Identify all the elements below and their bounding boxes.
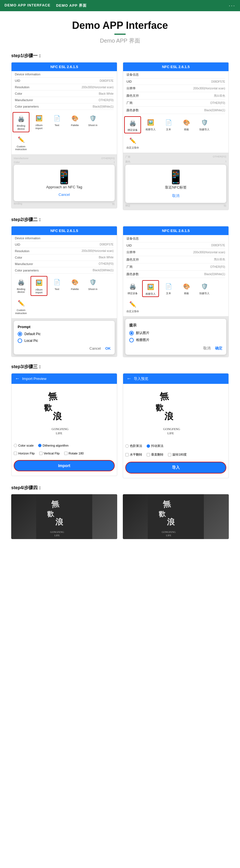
svg-text:歡: 歡 (47, 510, 54, 518)
top-bar-left: DEMO APP INTERFACE DEMO APP 界面 (4, 3, 87, 8)
album-import-btn2-cn[interactable]: 🖼️ 相册导入 (142, 280, 159, 297)
palette-btn2-cn[interactable]: 🎨 画板 (178, 280, 195, 297)
binding-device-btn-cn[interactable]: 🖨️ 绑定设备 (124, 116, 141, 133)
device-info-row2-en: Device information (15, 235, 114, 242)
text-icon-cn: 📄 (163, 117, 174, 127)
options-area-en: Color scale Dithering algorithm Horizon … (11, 440, 117, 476)
custom-instruction-icon2-cn: ✏️ (127, 299, 138, 309)
palette-btn-en[interactable]: 🎨 Palette (66, 112, 83, 132)
shoot-in-btn2-cn[interactable]: 🛡️ 拍摄导入 (196, 280, 213, 297)
rotate180-option-cn[interactable]: 旋转180度 (168, 453, 187, 457)
step4-img-en: 無 歡 浪 GONGFENG LIFE ✓ Refresh succeeded (11, 494, 117, 539)
shoot-in-icon-cn: 🛡️ (199, 117, 209, 127)
menu-dots[interactable]: ··· (229, 3, 236, 9)
color-scale-option-en[interactable]: Color scale (14, 444, 34, 447)
text-btn2-en[interactable]: 📄 Text (49, 276, 65, 296)
color-row2-cn: 颜色支持 黑白双色 (126, 256, 225, 264)
svg-text:LIFE: LIFE (166, 534, 172, 537)
import-btn-en[interactable]: Import (14, 460, 115, 471)
svg-text:歡: 歡 (43, 403, 53, 412)
manufacturer-row2-cn: 厂商 OTHER(F0) (126, 264, 225, 271)
svg-text:無: 無 (159, 391, 169, 402)
page-title-cn: Demo APP 界面 (11, 37, 229, 44)
import-btn-cn[interactable]: 导入 (125, 462, 226, 473)
prompt-ok-btn-cn[interactable]: 确定 (215, 346, 222, 351)
album-import-btn2-en[interactable]: 🖼️ Album import (31, 276, 48, 296)
uid-row-en: UID D08DF57E (15, 78, 114, 84)
horizon-flip-option-en[interactable]: Horizon Flip (14, 452, 35, 455)
vertical-flip-option-en[interactable]: Vertical Flip (39, 452, 60, 455)
binding-device-btn2-en[interactable]: 🖨️ Binding device (12, 276, 29, 296)
prompt-title-en: Prompt (18, 325, 111, 329)
shoot-in-icon2-cn: 🛡️ (199, 281, 209, 291)
shoot-in-btn2-en[interactable]: 🛡️ Shoot in (84, 276, 101, 296)
color-row-cn: 颜色支持 黑白双色 (126, 92, 225, 99)
color-scale-option-cn[interactable]: 色阶算法 (125, 444, 142, 448)
dithering-option-en[interactable]: Dithering algorithm (38, 444, 68, 447)
prompt-option1-en[interactable]: Default Pic (18, 332, 111, 336)
options-row2-cn: 水平翻转 垂直翻转 旋转180度 (125, 450, 226, 459)
vertical-flip-option-cn[interactable]: 垂直翻转 (147, 453, 163, 457)
rotate180-checkbox-en (64, 452, 67, 455)
step4-cn-col: 無 歡 浪 GONGFENG LIFE ✓ 刷新成功 (123, 494, 229, 539)
svg-rect-18 (148, 494, 204, 539)
album-import-icon2-cn: 🖼️ (146, 282, 156, 292)
svg-rect-12 (36, 494, 92, 539)
prompt-cancel-btn-en[interactable]: Cancel (89, 346, 101, 350)
prompt-option2-cn[interactable]: 相册图片 (129, 338, 222, 342)
approach-text-cn: 靠近NFC标签 (130, 185, 222, 190)
nfc-card-en: NFC ESL 2.6.1.5 Device information UID D… (11, 62, 117, 209)
uid-row2-en: UID D08DF57E (15, 242, 114, 248)
approach-dialog-cn: 📱 靠近NFC标签 取消 (125, 165, 226, 203)
nfc-info-cn: 设备信息 UID D08DF57E 分辨率 200x300(Horizontal… (123, 71, 229, 114)
approach-text-en: Approach an NFC Tag (18, 185, 110, 189)
color-params-row-cn: 颜色参数 Black(0)White(1) (126, 107, 225, 114)
step1-columns: NFC ESL 2.6.1.5 Device information UID D… (11, 62, 229, 210)
nfc-card2-en: NFC ESL 2.6.1.5 Device information UID D… (11, 226, 117, 357)
svg-text:GONGFENG: GONGFENG (50, 531, 64, 533)
custom-instruction-btn-en[interactable]: ✏️ Custom instruction (12, 133, 29, 152)
shoot-in-btn-en[interactable]: 🛡️ Shoot in (84, 112, 101, 132)
custom-instruction-icon-cn: ✏️ (127, 135, 138, 146)
palette-icon-en: 🎨 (70, 113, 80, 123)
text-btn-cn[interactable]: 📄 文本 (160, 116, 177, 133)
dithering-option-cn[interactable]: 抖动算法 (147, 444, 163, 448)
horizon-flip-checkbox-cn (125, 453, 129, 457)
cancel-btn-en[interactable]: Cancel (18, 192, 110, 197)
back-arrow-en[interactable]: ← (15, 376, 20, 382)
step1-label: step1/步骤一： (11, 53, 229, 59)
color-row2-en: Color Black White (15, 254, 114, 261)
prompt-cancel-btn-cn[interactable]: 取消 (203, 346, 211, 351)
custom-instruction-btn2-cn[interactable]: ✏️ 自定义指令 (124, 298, 141, 314)
custom-instruction-btn-cn[interactable]: ✏️ 自定义指令 (124, 134, 141, 151)
prompt-option1-cn[interactable]: 默认图片 (129, 331, 222, 335)
text-btn-en[interactable]: 📄 Text (49, 112, 65, 132)
cancel-btn-cn[interactable]: 取消 (130, 193, 222, 198)
prompt-option2-en[interactable]: Local Pic (18, 338, 111, 343)
binding-device-btn-en[interactable]: 🖨️ Binding device (12, 112, 29, 132)
shoot-in-btn-cn[interactable]: 🛡️ 拍摄导入 (196, 116, 213, 133)
nfc-info-en: Device information UID D08DF57E Resoluti… (11, 71, 117, 110)
top-bar-title-en: DEMO APP INTERFACE (4, 3, 51, 8)
rotate180-option-en[interactable]: Rotate 180 (64, 452, 84, 455)
binding-device-btn2-cn[interactable]: 🖨️ 绑定设备 (124, 280, 141, 297)
icon-grid2-cn: 🖨️ 绑定设备 🖼️ 相册导入 📄 文本 🎨 画板 (123, 278, 229, 317)
album-import-btn-en[interactable]: 🖼️ Album import (31, 112, 48, 132)
prompt-overlay-en: Prompt Default Pic Local Pic Cancel OK (11, 318, 117, 357)
custom-instruction-btn2-en[interactable]: ✏️ Custom instruction (12, 297, 29, 316)
text-btn2-cn[interactable]: 📄 文本 (160, 280, 177, 297)
prompt-ok-btn-en[interactable]: OK (106, 346, 111, 350)
phone-nfc-icon-en: 📱 (18, 169, 110, 185)
step4-svg-en: 無 歡 浪 GONGFENG LIFE (11, 494, 117, 539)
page-title-en: Demo APP Interface (11, 20, 229, 31)
horizon-flip-option-cn[interactable]: 水平翻转 (125, 453, 142, 457)
options-row1-en: Color scale Dithering algorithm (14, 441, 115, 450)
prompt-title-cn: 提示 (129, 323, 222, 328)
back-arrow-cn[interactable]: ← (126, 376, 131, 382)
step3-cn-col: ← 导入预览 無 歡 浪 GONGFENG LIFE (123, 373, 229, 478)
palette-btn2-en[interactable]: 🎨 Palette (66, 276, 83, 296)
step3-label: step3/步骤三： (11, 364, 229, 370)
dithering-radio-cn (147, 444, 150, 448)
palette-btn-cn[interactable]: 🎨 画板 (178, 116, 195, 133)
album-import-btn-cn[interactable]: 🖼️ 相册导入 (142, 116, 159, 133)
